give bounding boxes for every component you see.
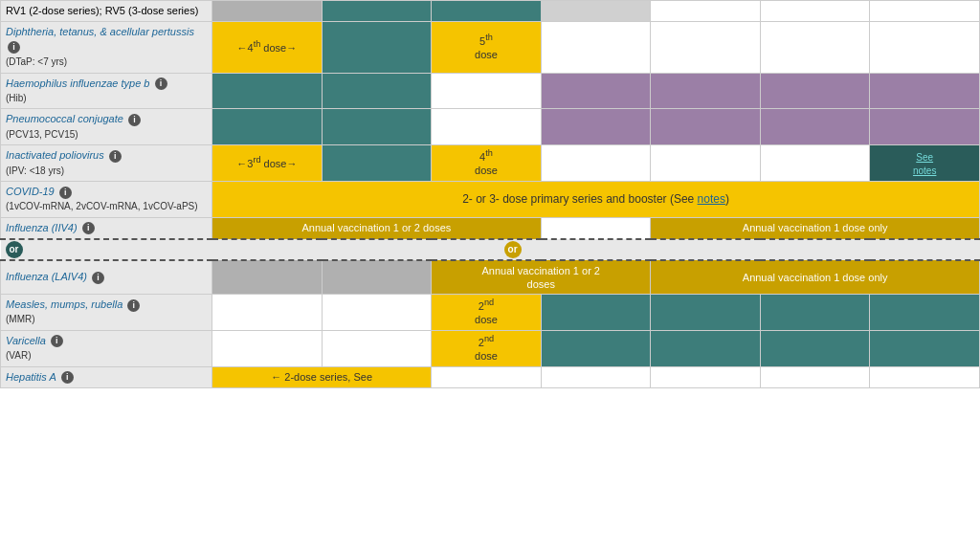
laiv4-col1 [212,260,323,295]
table-row: Varicella i (VAR) 2nddose [1,330,980,366]
ipv-see-notes-link[interactable]: Seenotes [913,152,936,176]
rv-col2 [322,1,432,22]
varicella-link[interactable]: Varicella [6,335,46,346]
mmr-col2 [322,295,432,331]
pcv-col4 [541,109,651,145]
iiv4-mid-cell [541,217,651,239]
hepa-col5 [760,366,870,387]
ipv-col1: ←3rd dose→ [212,145,323,182]
laiv4-link[interactable]: Influenza (LAIV4) [6,271,87,282]
iiv4-left-cell: Annual vaccination 1 or 2 doses [212,217,542,239]
vaccine-name-hepa: Hepatitis A i [1,366,212,387]
var-col1 [212,330,323,366]
pcv-col1 [212,109,323,145]
rv-col7 [870,1,980,22]
laiv4-right-cell: Annual vaccination 1 dose only [651,260,980,295]
table-row: Influenza (LAIV4) i Annual vaccination 1… [1,260,980,295]
hepa-col4 [651,366,761,387]
var-col4 [541,330,651,366]
ipv-col4 [541,145,651,182]
iiv4-link[interactable]: Influenza (IIV4) [6,222,78,233]
mmr-col4 [541,295,651,331]
ipv-info-icon[interactable]: i [109,150,122,163]
vaccine-name-dtap: Diphtheria, tetanus, & acellular pertuss… [1,22,212,73]
hepa-col2 [432,366,542,387]
pcv-col2 [322,109,432,145]
iiv4-info-icon[interactable]: i [82,222,95,234]
dtap-col7 [870,22,980,73]
hepa-col6 [870,366,980,387]
mmr-col7 [870,295,980,331]
laiv4-mid-cell: Annual vaccination 1 or 2doses [432,260,651,295]
ipv-col3: 4thdose [432,145,542,182]
ipv-col2 [322,145,432,182]
rv-col6 [760,1,870,22]
vaccine-name-mmr: Measles, mumps, rubella i (MMR) [1,295,212,331]
vaccine-name-covid: COVID-19 i (1vCOV-mRNA, 2vCOV-mRNA, 1vCO… [1,181,212,217]
hib-col7 [870,73,980,109]
pcv-info-icon[interactable]: i [128,114,141,126]
pcv-link[interactable]: Pneumococcal conjugate [6,113,123,124]
or-label-cell: or [1,239,212,260]
or-spacer: or [212,239,980,260]
dtap-col2 [322,22,432,73]
rv-col5 [651,1,761,22]
hib-col6 [760,73,870,109]
var-col5 [651,330,761,366]
vaccine-schedule-table: RV1 (2-dose series); RV5 (3-dose series)… [0,0,980,388]
table-row: Influenza (IIV4) i Annual vaccination 1 … [1,217,980,239]
mmr-col6 [760,295,870,331]
ipv-col6 [760,145,870,182]
dtap-col4 [541,22,651,73]
laiv4-info-icon[interactable]: i [92,272,104,284]
table-row: Measles, mumps, rubella i (MMR) 2nddose [1,295,980,331]
pcv-col5 [651,109,761,145]
dtap-info-icon[interactable]: i [8,41,20,54]
table-row: Haemophilus influenzae type b i (Hib) [1,73,980,109]
ipv-col7: Seenotes [870,145,980,182]
rv-col4 [541,1,651,22]
var-col6 [760,330,870,366]
table-row: Pneumococcal conjugate i (PCV13, PCV15) [1,109,980,145]
mmr-link[interactable]: Measles, mumps, rubella [6,298,122,310]
dtap-col3: 5thdose [432,22,542,73]
vaccine-name-pcv: Pneumococcal conjugate i (PCV13, PCV15) [1,109,212,145]
hepa-link[interactable]: Hepatitis A [6,371,56,383]
mmr-col3: 2nddose [432,295,542,331]
dtap-link[interactable]: Diphtheria, tetanus, & acellular pertuss… [6,26,194,37]
vaccine-name-rv: RV1 (2-dose series); RV5 (3-dose series) [1,1,212,22]
mmr-col1 [212,295,323,331]
hepa-col3 [541,366,651,387]
rv-col1 [212,1,323,22]
var-col2 [322,330,432,366]
var-col3: 2nddose [432,330,542,366]
vaccine-name-iiv4: Influenza (IIV4) i [1,217,212,239]
dtap-col1: ←4th dose→ [212,22,323,73]
pcv-col6 [760,109,870,145]
hepa-col1: ← 2-dose series, See [212,366,432,387]
covid-link[interactable]: COVID-19 [6,186,55,197]
varicella-info-icon[interactable]: i [51,335,63,347]
hepa-info-icon[interactable]: i [61,371,74,384]
vaccine-name-varicella: Varicella i (VAR) [1,330,212,366]
table-row: Inactivated poliovirus i (IPV: <18 yrs) … [1,145,980,182]
mmr-info-icon[interactable]: i [127,299,140,312]
vaccine-name-hib: Haemophilus influenzae type b i (Hib) [1,73,212,109]
iiv4-right-cell: Annual vaccination 1 dose only [651,217,980,239]
hib-info-icon[interactable]: i [155,77,167,90]
table-row: COVID-19 i (1vCOV-mRNA, 2vCOV-mRNA, 1vCO… [1,181,980,217]
hib-col5 [651,73,761,109]
mmr-col5 [651,295,761,331]
var-col7 [870,330,980,366]
hib-col4 [541,73,651,109]
or-badge-yellow: or [504,241,522,258]
covid-notes-link[interactable]: notes [698,192,725,206]
pcv-col3 [432,109,542,145]
rv-col3 [432,1,542,22]
hib-link[interactable]: Haemophilus influenzae type b [6,77,149,89]
table-row: Hepatitis A i ← 2-dose series, See [1,366,980,387]
dtap-col6 [760,22,870,73]
or-separator-row: or or [1,239,980,260]
ipv-link[interactable]: Inactivated poliovirus [6,149,104,161]
covid-info-icon[interactable]: i [59,187,72,199]
